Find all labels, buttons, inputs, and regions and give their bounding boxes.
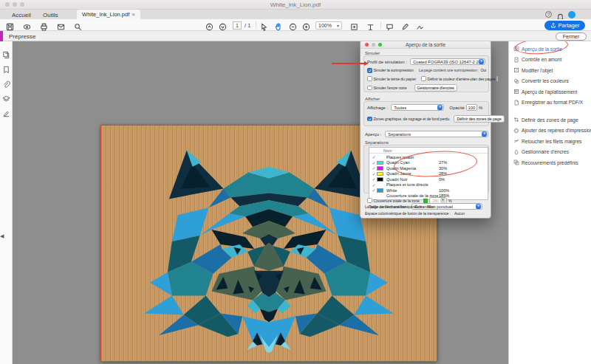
plate-name: White [386,188,439,193]
overprint-status-label: La page contient une surimpression : [419,68,479,72]
next-page-icon[interactable] [219,21,227,29]
tool-item-label: Modifier l'objet [522,68,553,73]
separation-row-white[interactable]: ✓White100% [369,188,488,193]
row-check-icon[interactable]: ✓ [371,154,377,159]
previous-page-icon[interactable] [205,21,213,29]
display-label: Affichage : [367,106,388,110]
row-check-icon[interactable]: ✓ [371,171,377,176]
printer-marks-icon [513,128,519,134]
main-toolbar: 1 / 1 100% Partager [0,19,591,31]
page-number-input[interactable]: 1 [233,21,242,30]
display-dropdown[interactable]: Toutes [391,104,444,111]
zoom-level-dropdown[interactable]: 100% [315,21,342,30]
tab-document-label: White_Ink_Lion.pdf [82,11,129,18]
row-check-icon[interactable]: ✓ [371,188,377,193]
simulate-paper-checkbox[interactable] [367,76,372,81]
row-check-icon[interactable]: ✓ [371,160,377,165]
comment-icon[interactable] [386,21,394,29]
signatures-icon[interactable] [2,108,10,116]
preview-mode-label: Aperçu : [365,132,381,137]
tool-item-set-page-boxes[interactable]: Définir des zones de page [513,115,571,124]
simulation-profile-dropdown[interactable]: Coated FOGRA39 (ISO 12647-2:2004) [410,58,485,65]
simulate-black-ink-checkbox[interactable] [367,86,372,91]
mode-label: Prépresse [9,33,35,40]
plate-swatch [377,155,383,159]
tool-item-flattener-preview[interactable]: Aperçu de l'aplatissement [513,87,571,96]
search-icon[interactable] [74,21,82,29]
separation-row[interactable]: ✓Plaques et tons directs [369,182,488,188]
blend-space-label: Espace colorimétrique de fusion de la tr… [365,211,451,216]
share-button[interactable]: Partager [544,21,585,30]
help-icon[interactable]: ? [545,11,552,18]
zoom-out-icon[interactable] [289,21,297,29]
zoom-in-icon[interactable] [302,21,310,29]
tab-tools[interactable]: Outils [43,12,58,18]
view-eye-icon[interactable] [23,21,31,29]
ink-manager-button[interactable]: Gestionnaire d'encres [414,84,457,92]
output-preview-dialog: Aperçu de la sortie Simuler Profil de si… [360,40,491,219]
fit-width-icon[interactable] [366,21,375,29]
toolbar-divider [380,21,381,29]
display-value: Toutes [394,106,406,110]
tool-item-fix-hairlines[interactable]: Retoucher les filets maigres [513,137,571,145]
tab-home[interactable]: Accueil [12,12,31,18]
overprint-status-value: Oui [480,68,486,72]
close-tool-button[interactable]: Fermer [556,32,587,41]
simulation-profile-value: Coated FOGRA39 (ISO 12647-2:2004) [413,60,479,64]
row-check-icon[interactable]: ✓ [371,165,377,171]
select-tool-icon[interactable] [260,21,268,29]
opacity-input[interactable]: 100 [466,104,477,111]
fit-page-icon[interactable] [350,21,358,29]
plate-coverage: 0% [439,177,488,182]
page-thumbnails-icon[interactable] [2,49,10,57]
tool-item-preflight[interactable]: Contrôle en amont [513,55,571,64]
total-area-coverage-checkbox[interactable] [367,198,372,203]
tool-item-convert-colors[interactable]: Convertir les couleurs [513,77,571,86]
annotation-arrow [332,63,364,64]
tab-close-icon[interactable]: × [131,12,135,18]
notifications-bell-icon[interactable] [556,11,564,19]
layers-icon[interactable] [2,93,10,101]
coverage-threshold-value: 280 [432,199,439,203]
tool-item-label: Aperçu de l'aplatissement [522,89,577,95]
hand-tool-icon[interactable] [274,21,282,29]
pencil-edit-icon[interactable] [401,21,409,29]
blend-space-value: Aucun [454,211,465,216]
tool-item-trap-presets[interactable]: Recouvrements prédéfinis [513,158,571,167]
profile-label: Profil de simulation : [367,60,407,64]
plate-name: Quadri Noir [386,177,439,182]
save-icon[interactable] [6,21,14,29]
simulate-overprint-checkbox[interactable] [367,68,372,73]
tool-item-printer-marks[interactable]: Ajouter des repères d'impression [513,126,571,135]
page-boxes-checkbox[interactable] [367,117,372,122]
row-check-icon[interactable]: ✓ [371,176,377,182]
background-color-checkbox[interactable] [421,76,426,81]
tab-document[interactable]: White_Ink_Lion.pdf × [77,10,140,19]
plate-swatch [377,183,383,188]
plate-swatch [377,188,383,193]
tool-item-save-pdfx[interactable]: Enregistrer au format PDF/X [513,98,571,107]
ink-manager-icon [513,149,519,155]
separation-row[interactable]: ✓Quadri Noir0% [369,176,488,182]
tool-item-label: Retoucher les filets maigres [522,139,581,144]
preview-mode-dropdown[interactable]: Séparations [385,131,488,137]
sign-icon[interactable] [416,21,424,29]
attachments-icon[interactable] [2,78,10,86]
plate-swatch [377,161,383,165]
collapse-panel-arrow-icon[interactable]: ◀ [0,230,5,242]
tool-item-edit-object[interactable]: Modifier l'objet [513,66,571,75]
row-check-icon[interactable]: ✓ [371,182,377,188]
print-icon[interactable] [40,21,48,29]
plate-swatch [377,177,383,182]
fix-hairlines-icon [513,138,519,144]
page-total-label: / 1 [245,22,250,29]
email-icon[interactable] [57,21,65,29]
account-avatar[interactable] [568,11,575,18]
set-page-boxes-button[interactable]: Définir des zones de page [454,115,504,123]
bookmarks-icon[interactable] [2,63,10,72]
left-navigation-rail: ◀ [0,41,13,364]
preview-mode-value: Séparations [388,132,411,137]
tool-item-ink-manager[interactable]: Gestionnaire d'encres [513,148,571,157]
tool-item-label: Contrôle en amont [522,57,561,62]
dialog-titlebar[interactable]: Aperçu de la sortie [361,41,491,49]
